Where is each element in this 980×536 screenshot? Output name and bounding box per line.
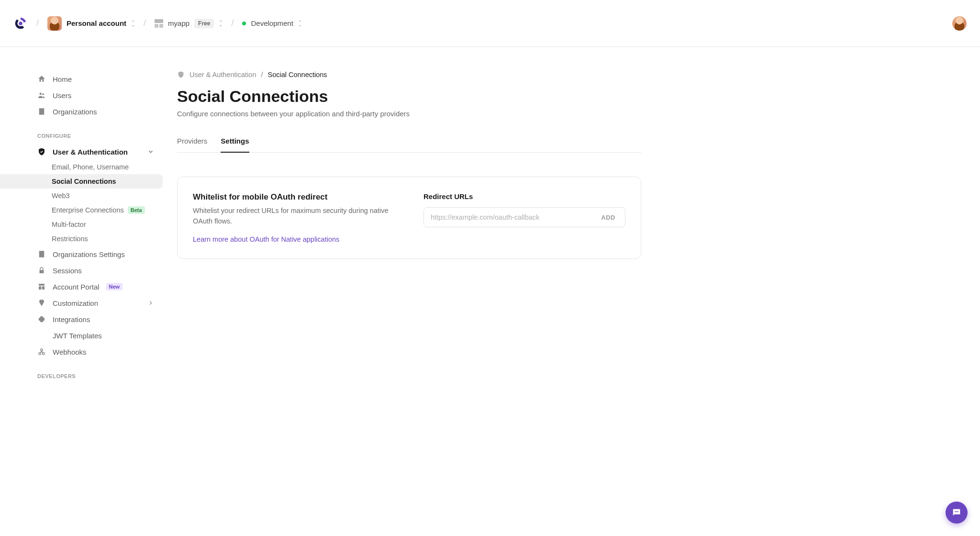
tab-providers[interactable]: Providers bbox=[177, 137, 207, 153]
separator: / bbox=[261, 71, 263, 78]
svg-point-1 bbox=[40, 93, 42, 95]
svg-rect-6 bbox=[42, 286, 45, 290]
add-button[interactable]: ADD bbox=[591, 208, 625, 227]
building-icon bbox=[37, 107, 46, 116]
sidebar-sub-mfa[interactable]: Multi-factor bbox=[29, 217, 163, 232]
card-description: Whitelist your redirect URLs for maximum… bbox=[193, 206, 395, 227]
svg-point-0 bbox=[19, 22, 22, 25]
sidebar-item-account-portal[interactable]: Account Portal New bbox=[29, 279, 163, 295]
account-switcher[interactable]: Personal account ⌃⌄ bbox=[47, 16, 135, 31]
card-title: Whitelist for mobile OAuth redirect bbox=[193, 192, 395, 202]
paint-icon bbox=[37, 299, 46, 307]
shield-check-icon bbox=[37, 147, 46, 156]
sidebar-sub-enterprise[interactable]: Enterprise ConnectionsBeta bbox=[29, 203, 163, 217]
svg-rect-3 bbox=[40, 270, 44, 273]
plan-badge: Free bbox=[194, 19, 214, 28]
app-icon bbox=[155, 19, 163, 28]
page-subtitle: Configure connections between your appli… bbox=[177, 110, 641, 118]
sidebar-sub-social[interactable]: Social Connections bbox=[0, 174, 163, 189]
tabs: Providers Settings bbox=[177, 137, 641, 153]
shield-icon bbox=[177, 71, 185, 78]
sidebar-sub-email[interactable]: Email, Phone, Username bbox=[29, 160, 163, 174]
layout-icon bbox=[37, 282, 46, 291]
sidebar-item-label: JWT Templates bbox=[53, 332, 102, 340]
separator: / bbox=[231, 18, 234, 28]
sidebar-item-users[interactable]: Users bbox=[29, 87, 163, 103]
app-name: myapp bbox=[168, 19, 189, 27]
building-icon bbox=[37, 250, 46, 258]
separator: / bbox=[144, 18, 146, 28]
sidebar-item-webhooks[interactable]: Webhooks bbox=[29, 344, 163, 360]
chevron-down-icon bbox=[147, 148, 154, 155]
breadcrumb: User & Authentication / Social Connectio… bbox=[177, 71, 641, 78]
sidebar-item-label: Multi-factor bbox=[52, 221, 86, 228]
chevron-right-icon bbox=[147, 300, 154, 306]
sidebar-sub-restrictions[interactable]: Restrictions bbox=[29, 232, 163, 246]
sidebar-item-label: Email, Phone, Username bbox=[52, 163, 129, 171]
sidebar-item-jwt[interactable]: JWT Templates bbox=[29, 327, 163, 344]
breadcrumb-switcher: / Personal account ⌃⌄ / myapp Free ⌃⌄ / … bbox=[13, 16, 302, 31]
sidebar-item-label: Account Portal bbox=[53, 283, 100, 291]
sidebar-item-sessions[interactable]: Sessions bbox=[29, 262, 163, 279]
sidebar-item-label: Social Connections bbox=[52, 178, 116, 185]
sidebar-item-label: Organizations bbox=[53, 108, 97, 116]
webhook-icon bbox=[37, 347, 46, 356]
account-avatar bbox=[47, 16, 62, 31]
learn-more-link[interactable]: Learn more about OAuth for Native applic… bbox=[193, 235, 339, 243]
sidebar-item-label: Customization bbox=[53, 299, 98, 307]
breadcrumb-current: Social Connections bbox=[267, 71, 327, 78]
sidebar-item-label: Integrations bbox=[53, 315, 90, 324]
redirect-url-input-group: ADD bbox=[423, 207, 625, 227]
svg-rect-4 bbox=[39, 284, 45, 286]
sidebar-item-label: Users bbox=[53, 91, 71, 100]
sidebar-item-label: User & Authentication bbox=[53, 148, 128, 156]
account-label: Personal account bbox=[67, 19, 126, 27]
users-icon bbox=[37, 91, 46, 100]
beta-badge: Beta bbox=[128, 206, 145, 214]
breadcrumb-parent[interactable]: User & Authentication bbox=[189, 71, 256, 78]
app-switcher[interactable]: myapp Free ⌃⌄ bbox=[155, 19, 223, 28]
sidebar-item-label: Restrictions bbox=[52, 235, 88, 243]
env-label: Development bbox=[251, 19, 293, 27]
whitelist-card: Whitelist for mobile OAuth redirect Whit… bbox=[177, 177, 641, 259]
sidebar-item-label: Webhooks bbox=[53, 348, 87, 356]
sidebar-item-home[interactable]: Home bbox=[29, 71, 163, 87]
redirect-url-input[interactable] bbox=[424, 208, 591, 227]
field-label: Redirect URLs bbox=[423, 192, 625, 201]
page-title: Social Connections bbox=[177, 87, 641, 106]
section-label-configure: CONFIGURE bbox=[29, 120, 163, 144]
separator: / bbox=[36, 18, 39, 28]
home-icon bbox=[37, 75, 46, 83]
sidebar-item-user-auth[interactable]: User & Authentication bbox=[29, 144, 163, 160]
sidebar-item-label: Web3 bbox=[52, 192, 70, 200]
main-content: User & Authentication / Social Connectio… bbox=[163, 47, 670, 408]
sidebar-item-integrations[interactable]: Integrations bbox=[29, 311, 163, 327]
env-switcher[interactable]: Development ⌃⌄ bbox=[242, 19, 301, 27]
status-dot-icon bbox=[242, 22, 246, 25]
chevrons-icon: ⌃⌄ bbox=[219, 21, 223, 26]
sidebar-item-label: Enterprise Connections bbox=[52, 206, 124, 214]
sidebar-item-label: Home bbox=[53, 75, 72, 83]
asterisk-icon bbox=[37, 331, 46, 340]
section-label-developers: DEVELOPERS bbox=[29, 360, 163, 384]
chevrons-icon: ⌃⌄ bbox=[298, 21, 302, 26]
sidebar: Home Users Organizations CONFIGURE User … bbox=[0, 47, 163, 408]
svg-point-9 bbox=[41, 349, 43, 351]
puzzle-icon bbox=[37, 315, 46, 324]
topbar: / Personal account ⌃⌄ / myapp Free ⌃⌄ / … bbox=[0, 0, 980, 47]
sidebar-item-org-settings[interactable]: Organizations Settings bbox=[29, 246, 163, 262]
sidebar-item-label: Organizations Settings bbox=[53, 250, 125, 258]
sidebar-item-label: Sessions bbox=[53, 267, 82, 275]
sidebar-sub-web3[interactable]: Web3 bbox=[29, 189, 163, 203]
svg-rect-5 bbox=[39, 286, 41, 290]
tab-settings[interactable]: Settings bbox=[221, 137, 249, 153]
chevrons-icon: ⌃⌄ bbox=[131, 21, 135, 26]
new-badge: New bbox=[106, 283, 123, 290]
user-avatar[interactable] bbox=[952, 16, 967, 31]
lock-icon bbox=[37, 266, 46, 275]
svg-point-2 bbox=[42, 93, 44, 95]
sidebar-item-customization[interactable]: Customization bbox=[29, 295, 163, 311]
clerk-logo[interactable] bbox=[13, 16, 28, 31]
sidebar-item-organizations[interactable]: Organizations bbox=[29, 103, 163, 120]
